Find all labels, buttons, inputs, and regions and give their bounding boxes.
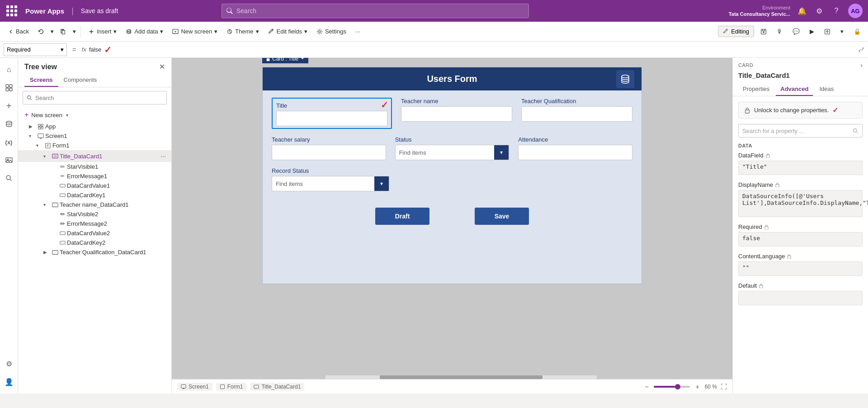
save-as-draft-button[interactable]: Save as draft [81, 7, 118, 14]
editing-button[interactable]: Editing [718, 26, 754, 37]
teacher-salary-input[interactable] [272, 145, 386, 160]
copy-dropdown-button[interactable]: ▾ [72, 26, 77, 37]
tree-item-app[interactable]: ▶ App [18, 122, 171, 131]
tab-components[interactable]: Components [58, 74, 103, 87]
teacher-name-input[interactable] [401, 106, 512, 122]
settings-left-icon[interactable]: ⚙ [1, 356, 17, 372]
components-icon[interactable] [1, 80, 17, 96]
tab-properties[interactable]: Properties [738, 83, 774, 96]
new-screen-button[interactable]: New screen ▾ [169, 26, 221, 37]
svg-point-36 [854, 128, 857, 132]
property-search-input[interactable] [742, 128, 850, 134]
tree-item-datacardvalue2[interactable]: DataCardValue2 [18, 228, 171, 238]
tree-item-errormessage2[interactable]: ✏ ErrorMessage2 [18, 219, 171, 228]
zoom-out-button[interactable]: − [643, 382, 650, 391]
tree-item-datacardkey2[interactable]: DataCardKey2 [18, 238, 171, 247]
settings-toolbar-icon [316, 28, 323, 35]
tree-item-screen1[interactable]: ▾ Screen1 [18, 131, 171, 141]
tree-item-datacardvalue1[interactable]: DataCardValue1 [18, 181, 171, 190]
dropdown-arrow-button[interactable]: ▾ [837, 26, 847, 37]
add-icon[interactable]: + [1, 98, 17, 114]
new-screen-tree-button[interactable]: + New screen ▾ [18, 108, 171, 122]
tree-panel: Tree view ✕ Screens Components + New scr… [18, 58, 172, 394]
save-button[interactable] [757, 27, 770, 37]
data-icon[interactable] [1, 116, 17, 132]
property-dropdown[interactable]: Required ▾ [4, 43, 67, 56]
tree-item-errormessage1[interactable]: ✏ ErrorMessage1 [18, 171, 171, 181]
save-form-button[interactable]: Save [475, 208, 529, 225]
svg-rect-28 [60, 241, 65, 244]
svg-rect-38 [776, 185, 779, 187]
status-field: Status Find items ▾ [395, 136, 509, 160]
bottom-tab-screen1[interactable]: Screen1 [177, 383, 212, 391]
user-left-icon[interactable]: 👤 [1, 374, 17, 390]
tree-item-datacardkey1[interactable]: DataCardKey1 [18, 190, 171, 200]
add-data-button[interactable]: Add data ▾ [122, 26, 167, 37]
home-icon[interactable]: ⌂ [1, 62, 17, 78]
tree-item-starvisible1[interactable]: ✏ StarVisible1 [18, 162, 171, 171]
user-avatar[interactable]: AG [848, 4, 863, 18]
theme-button[interactable]: Theme ▾ [223, 26, 262, 37]
horizontal-scrollbar[interactable] [326, 375, 597, 379]
tree-item-label: StarVisible2 [67, 211, 168, 218]
svg-rect-19 [38, 127, 40, 128]
unlock-row[interactable]: Unlock to change properties. ✓ [738, 102, 863, 119]
voice-button[interactable]: 🎙 [773, 26, 786, 37]
notification-icon[interactable]: 🔔 [797, 5, 807, 16]
help-icon[interactable]: ? [831, 5, 842, 16]
title-input[interactable] [276, 111, 387, 126]
tab-advanced[interactable]: Advanced [776, 83, 813, 96]
status-dropdown[interactable]: Find items ▾ [395, 145, 509, 160]
bottom-tab-title-datacard1[interactable]: Title_DataCard1 [250, 383, 304, 391]
global-search-input[interactable] [236, 7, 524, 14]
variable-icon[interactable]: (x) [1, 134, 17, 150]
property-search-box[interactable] [738, 124, 863, 138]
undo-button[interactable] [34, 27, 48, 37]
play-button[interactable]: ▶ [806, 26, 818, 37]
expand-formula-icon[interactable] [858, 47, 864, 53]
tree-search-box[interactable] [23, 91, 167, 104]
media-icon[interactable] [1, 152, 17, 168]
tree-item-teacher-qual-datacard1[interactable]: ▶ Teacher Qualification_DataCard1 [18, 247, 171, 257]
edit-fields-button[interactable]: Edit fields ▾ [264, 26, 311, 37]
back-button[interactable]: Back [4, 26, 33, 37]
datacard-icon [51, 202, 60, 208]
tab-screens[interactable]: Screens [24, 74, 58, 87]
more-actions-button[interactable]: ··· [352, 26, 364, 37]
zoom-in-button[interactable]: + [693, 382, 701, 391]
tree-item-form1[interactable]: ▾ Form1 [18, 141, 171, 150]
apps-grid-icon[interactable] [5, 5, 18, 17]
tree-search-icon [27, 95, 33, 101]
zoom-slider[interactable] [654, 386, 690, 388]
record-status-dropdown[interactable]: Find items ▾ [272, 176, 389, 191]
status-dropdown-arrow[interactable]: ▾ [494, 145, 509, 160]
undo-dropdown-button[interactable]: ▾ [50, 26, 55, 37]
comment-button[interactable]: 💬 [789, 26, 803, 37]
tree-item-title-datacard1[interactable]: ▾ Title_DataCard1 ··· [18, 150, 171, 162]
tree-close-button[interactable]: ✕ [159, 62, 165, 71]
formula-input-area[interactable]: fx false ✓ [82, 44, 854, 55]
tree-item-starvisible2[interactable]: ✏ StarVisible2 [18, 209, 171, 219]
attendance-input[interactable] [518, 145, 632, 160]
tab-ideas[interactable]: Ideas [815, 83, 838, 96]
tree-search-input[interactable] [35, 95, 163, 101]
settings-icon[interactable]: ⚙ [814, 5, 825, 16]
tree-item-teacher-name-datacard1[interactable]: ▾ Teacher name_DataCard1 [18, 200, 171, 209]
search-left-icon[interactable] [1, 170, 17, 186]
global-search-box[interactable] [222, 4, 529, 18]
publish-button[interactable] [821, 27, 834, 37]
record-status-dropdown-arrow[interactable]: ▾ [374, 176, 389, 191]
insert-button[interactable]: Insert ▾ [85, 26, 121, 37]
teacher-qual-input[interactable] [521, 106, 632, 122]
bottom-tab-form1[interactable]: Form1 [216, 383, 247, 391]
expand-canvas-icon[interactable]: ⛶ [721, 383, 727, 390]
lock-button[interactable]: 🔒 [850, 26, 864, 37]
copy-button[interactable] [57, 27, 70, 37]
right-panel-collapse-button[interactable]: › [860, 62, 863, 69]
settings-toolbar-button[interactable]: Settings [313, 26, 350, 37]
svg-point-15 [6, 176, 10, 180]
more-options-icon[interactable]: ··· [159, 152, 168, 161]
draft-button[interactable]: Draft [375, 208, 429, 225]
canvas-content: Card : Title Users Form [172, 58, 732, 379]
zoom-thumb[interactable] [675, 384, 680, 389]
